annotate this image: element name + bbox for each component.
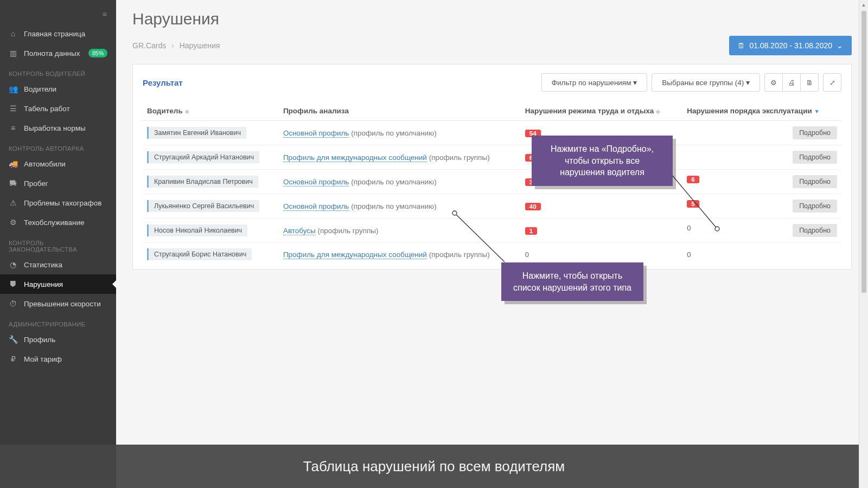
- violation-count: 0: [687, 224, 691, 232]
- sidebar-item-label: Нарушения: [24, 280, 63, 288]
- settings-button[interactable]: ⚙: [764, 73, 783, 92]
- sidebar-item-label: Водители: [24, 85, 56, 93]
- filter-violations-button[interactable]: Фильтр по нарушениям ▾: [541, 73, 647, 92]
- chevron-down-icon: ⌄: [837, 41, 843, 50]
- profile-link[interactable]: Основной профиль: [283, 202, 349, 211]
- toolbar-buttons: ⚙ 🖨 🗎: [764, 73, 819, 92]
- sidebar-item-tacho-problems[interactable]: ⚠Проблемы тахографов: [0, 193, 116, 213]
- th-profile[interactable]: Профиль анализа: [279, 100, 521, 121]
- violations-table: Водитель◆ Профиль анализа Нарушения режи…: [143, 100, 841, 266]
- sidebar-item-tariff[interactable]: ₽Мой тариф: [0, 349, 116, 369]
- main-content: Нарушения GR.Cards › Нарушения 🗓 01.08.2…: [116, 0, 868, 488]
- details-button[interactable]: Подробно: [793, 151, 837, 164]
- sort-icon: ◆: [185, 108, 189, 114]
- bars-icon: ≡: [9, 124, 17, 132]
- scroll-up-icon[interactable]: ▲: [859, 0, 868, 9]
- speed-icon: ⏱: [9, 299, 17, 308]
- sidebar-item-drivers[interactable]: 👥Водители: [0, 79, 116, 99]
- page-title: Нарушения: [132, 10, 852, 28]
- expand-icon: ⤢: [829, 79, 835, 87]
- scroll-thumb[interactable]: [861, 11, 866, 293]
- print-button[interactable]: 🖨: [782, 73, 801, 92]
- driver-tag[interactable]: Лукьяненко Сергей Васильевич: [147, 200, 259, 212]
- caret-down-icon: ▾: [746, 79, 750, 87]
- sidebar-item-profile[interactable]: 🔧Профиль: [0, 330, 116, 349]
- th-exp-violations[interactable]: Нарушения порядка эксплуатации▼: [682, 100, 841, 121]
- sort-desc-icon: ▼: [814, 108, 820, 114]
- sidebar-item-label: Полнота данных: [24, 49, 80, 57]
- vertical-scrollbar[interactable]: ▲: [859, 0, 868, 488]
- driver-tag[interactable]: Стругацкий Борис Натанович: [147, 248, 252, 260]
- profile-link[interactable]: Автобусы: [283, 227, 316, 235]
- sidebar-item-label: Профиль: [24, 336, 55, 344]
- sidebar-item-mileage[interactable]: ⛟Пробег: [0, 174, 116, 193]
- sidebar-item-label: Главная страница: [24, 30, 85, 38]
- sidebar-item-data-completeness[interactable]: ▥ Полнота данных 85%: [0, 43, 116, 63]
- sidebar-item-speeding[interactable]: ⏱Превышения скорости: [0, 294, 116, 313]
- filter-groups-button[interactable]: Выбраны все группы (4) ▾: [652, 73, 760, 92]
- sidebar-item-label: Техобслуживание: [24, 219, 85, 227]
- profile-suffix: (профиль группы): [427, 153, 490, 162]
- details-button[interactable]: Подробно: [793, 126, 837, 139]
- violation-count: 0: [525, 251, 529, 259]
- fullscreen-button[interactable]: ⤢: [823, 73, 841, 92]
- violation-badge[interactable]: 1: [525, 227, 537, 235]
- driver-tag[interactable]: Носов Николай Николаевич: [147, 224, 247, 236]
- sidebar-item-label: Превышения скорости: [24, 300, 101, 308]
- sidebar-item-label: Автомобили: [24, 160, 66, 168]
- profile-link[interactable]: Основной профиль: [283, 129, 349, 138]
- road-icon: ⛟: [9, 179, 17, 188]
- sidebar-item-violations[interactable]: ⛊Нарушения: [0, 274, 116, 294]
- printer-icon: 🖨: [788, 79, 795, 87]
- profile-suffix: (профиль по умолчанию): [349, 129, 436, 137]
- violation-badge[interactable]: 5: [687, 200, 699, 208]
- sidebar-section-law: КОНТРОЛЬ ЗАКОНОДАТЕЛЬСТВА: [0, 232, 116, 255]
- profile-link[interactable]: Профиль для международных сообщений: [283, 153, 427, 162]
- chevron-right-icon: ›: [171, 41, 174, 50]
- th-work-violations[interactable]: Нарушения режима труда и отдыха◆: [521, 100, 682, 121]
- sidebar-item-home[interactable]: ⌂ Главная страница: [0, 24, 116, 43]
- sidebar-item-output[interactable]: ≡Выработка нормы: [0, 118, 116, 138]
- driver-tag[interactable]: Стругацкий Аркадий Натанович: [147, 151, 259, 163]
- table-row: Стругацкий Борис НатановичПрофиль для ме…: [143, 243, 841, 266]
- breadcrumb: GR.Cards › Нарушения: [132, 41, 220, 50]
- sort-icon: ◆: [656, 108, 660, 114]
- sidebar-section-fleet: КОНТРОЛЬ АВТОПАРКА: [0, 138, 116, 154]
- percent-badge: 85%: [88, 49, 107, 57]
- violation-badge[interactable]: 40: [525, 203, 541, 210]
- profile-link[interactable]: Профиль для международных сообщений: [283, 251, 427, 259]
- date-range-button[interactable]: 🗓 01.08.2020 - 31.08.2020 ⌄: [729, 36, 852, 55]
- table-row: Крапивин Владислав ПетровичОсновной проф…: [143, 170, 841, 194]
- profile-suffix: (профиль группы): [427, 251, 490, 259]
- sidebar-item-statistics[interactable]: ◔Статистика: [0, 255, 116, 274]
- violation-badge[interactable]: 6: [687, 176, 699, 183]
- breadcrumb-root[interactable]: GR.Cards: [132, 41, 166, 50]
- sidebar-item-label: Мой тариф: [24, 355, 62, 363]
- details-button[interactable]: Подробно: [793, 175, 837, 188]
- sidebar-item-timesheet[interactable]: ☰Табель работ: [0, 99, 116, 118]
- profile-suffix: (профиль группы): [316, 227, 379, 235]
- chart-icon: ▥: [9, 49, 17, 57]
- gear-icon: ⚙: [9, 218, 17, 227]
- violation-count: 0: [687, 251, 691, 259]
- truck-icon: 🚚: [9, 159, 17, 168]
- driver-tag[interactable]: Замятин Евгений Иванович: [147, 127, 246, 139]
- results-panel: Результат Фильтр по нарушениям ▾ Выбраны…: [132, 64, 852, 269]
- ruble-icon: ₽: [9, 355, 17, 363]
- breadcrumb-current: Нарушения: [180, 41, 220, 50]
- details-button[interactable]: Подробно: [793, 224, 837, 237]
- sidebar-item-label: Статистика: [24, 261, 62, 269]
- list-icon: ☰: [9, 104, 17, 113]
- details-button[interactable]: Подробно: [793, 200, 837, 213]
- tooltip-badge: Нажмите, чтобы открыть список нарушений …: [501, 262, 643, 301]
- sidebar-item-label: Пробег: [24, 179, 48, 188]
- profile-link[interactable]: Основной профиль: [283, 178, 349, 187]
- sidebar-item-vehicles[interactable]: 🚚Автомобили: [0, 154, 116, 174]
- warning-icon: ⚠: [9, 198, 17, 207]
- driver-tag[interactable]: Крапивин Владислав Петрович: [147, 176, 258, 188]
- export-button[interactable]: 🗎: [800, 73, 819, 92]
- menu-toggle-icon[interactable]: ≡: [0, 8, 116, 24]
- th-driver[interactable]: Водитель◆: [143, 100, 279, 121]
- shield-icon: ⛊: [9, 280, 17, 288]
- sidebar-item-maintenance[interactable]: ⚙Техобслуживание: [0, 213, 116, 232]
